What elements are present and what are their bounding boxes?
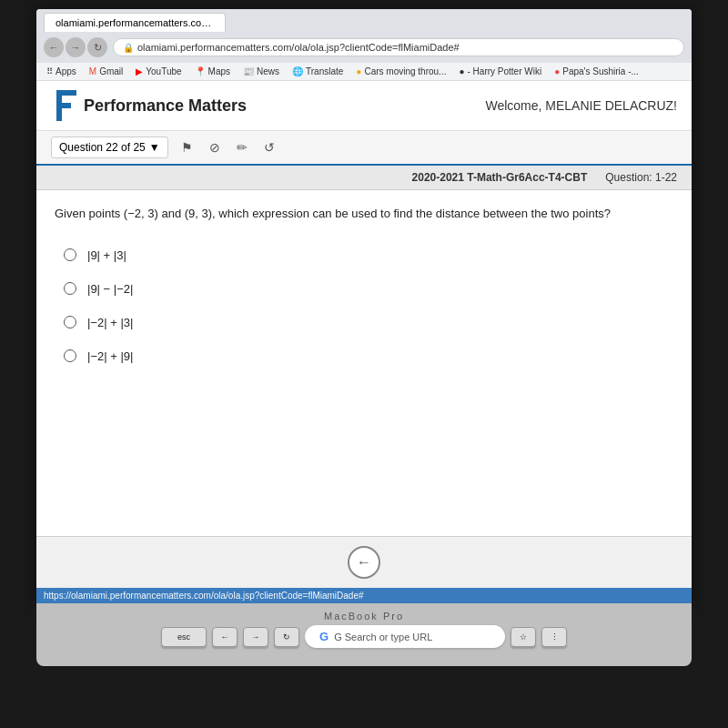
bookmark-maps[interactable]: 📍 Maps [192, 66, 233, 77]
esc-key[interactable]: esc [161, 627, 207, 647]
bookmark-hp[interactable]: ● - Harry Potter Wiki [456, 66, 544, 77]
pm-title: Performance Matters [84, 96, 247, 116]
cars-label: Cars moving throu... [364, 66, 446, 76]
radio-c[interactable] [64, 316, 76, 329]
status-bar: https://olamiami.performancematters.com/… [36, 588, 692, 603]
hp-label: - Harry Potter Wiki [468, 66, 542, 76]
svg-rect-0 [56, 90, 62, 121]
question-meta: 2020-2021 T-Math-Gr6Acc-T4-CBT Question:… [36, 166, 692, 190]
clear-button[interactable]: ⊘ [205, 137, 225, 157]
option-d[interactable]: |−2| + |9| [64, 349, 673, 363]
hp-icon: ● [459, 66, 464, 76]
pm-logo-icon [51, 90, 76, 121]
keyboard-area: MacBook Pro esc ← → ↻ G G Search or type… [36, 603, 692, 666]
tab-bar: olamiami.performancematters.com/ola/ola.… [36, 9, 692, 32]
reload-button[interactable]: ↻ [87, 37, 107, 57]
search-bar[interactable]: G G Search or type URL [305, 625, 505, 648]
option-a-text: |9| + |3| [87, 248, 126, 262]
dropdown-arrow-icon: ▼ [149, 141, 160, 154]
option-c[interactable]: |−2| + |3| [64, 316, 673, 329]
radio-d[interactable] [64, 349, 76, 362]
papas-label: Papa's Sushiria -... [562, 66, 639, 76]
forward-button[interactable]: → [66, 37, 86, 57]
welcome-text: Welcome, MELANIE DELACRUZ! [485, 98, 677, 113]
translate-label: Translate [306, 66, 343, 76]
question-selector[interactable]: Question 22 of 25 ▼ [51, 136, 168, 158]
test-label: 2020-2021 T-Math-Gr6Acc-T4-CBT [412, 171, 588, 184]
papas-icon: ● [554, 66, 560, 76]
flag-button[interactable]: ⚑ [177, 137, 197, 157]
website-content: Performance Matters Welcome, MELANIE DEL… [36, 81, 692, 588]
youtube-label: YouTube [146, 66, 181, 76]
search-placeholder: G Search or type URL [334, 632, 432, 642]
bookmark-youtube[interactable]: ▶ YouTube [133, 66, 184, 77]
bookmark-news[interactable]: 📰 News [240, 66, 282, 77]
lock-icon: 🔒 [123, 43, 134, 53]
question-body: Given points (−2, 3) and (9, 3), which e… [36, 190, 692, 536]
option-c-text: |−2| + |3| [87, 316, 133, 329]
option-a[interactable]: |9| + |3| [64, 248, 673, 262]
apps-label: Apps [56, 66, 76, 76]
google-g-icon: G [319, 630, 329, 643]
question-area: 2020-2021 T-Math-Gr6Acc-T4-CBT Question:… [36, 166, 692, 536]
option-d-text: |−2| + |9| [87, 349, 133, 363]
bookmark-gmail[interactable]: M Gmail [86, 66, 126, 77]
nav-buttons: ← → ↻ [44, 37, 107, 57]
option-b[interactable]: |9| − |−2| [64, 282, 673, 296]
news-icon: 📰 [243, 66, 254, 76]
translate-icon: 🌐 [292, 66, 303, 76]
edit-button[interactable]: ✏ [232, 137, 252, 157]
bookmark-cars[interactable]: ● Cars moving throu... [353, 66, 449, 77]
screen: olamiami.performancematters.com/ola/ola.… [36, 9, 692, 603]
bookmarks-bar: ⠿ Apps M Gmail ▶ YouTube 📍 Maps 📰 News 🌐 [36, 63, 692, 81]
gmail-icon: M [89, 66, 96, 76]
star-key[interactable]: ☆ [511, 627, 536, 647]
option-b-text: |9| − |−2| [87, 282, 133, 296]
back-button[interactable]: ← [44, 37, 64, 57]
keyboard-bottom-row: esc ← → ↻ G G Search or type URL ☆ ⋮ [55, 625, 673, 648]
dots-key[interactable]: ⋮ [541, 627, 567, 647]
bookmark-translate[interactable]: 🌐 Translate [289, 66, 346, 77]
address-bar[interactable]: 🔒 olamiami.performancematters.com/ola/ol… [113, 38, 684, 56]
radio-a[interactable] [64, 248, 76, 261]
bookmark-apps[interactable]: ⠿ Apps [44, 66, 79, 77]
laptop-frame: olamiami.performancematters.com/ola/ola.… [0, 0, 728, 728]
forward-key[interactable]: → [243, 627, 268, 647]
bottom-nav: ← [36, 536, 692, 588]
radio-b[interactable] [64, 282, 76, 295]
bookmark-papas[interactable]: ● Papa's Sushiria -... [551, 66, 642, 77]
pm-logo: Performance Matters [51, 90, 247, 121]
news-label: News [257, 66, 279, 76]
pm-toolbar: Question 22 of 25 ▼ ⚑ ⊘ ✏ ↺ [36, 131, 692, 166]
question-text: Given points (−2, 3) and (9, 3), which e… [55, 205, 673, 223]
browser-tab[interactable]: olamiami.performancematters.com/ola/ola.… [44, 13, 226, 32]
toolbar-icons: ⚑ ⊘ ✏ ↺ [177, 137, 279, 157]
previous-button[interactable]: ← [348, 546, 380, 579]
browser-top-bar: ← → ↻ 🔒 olamiami.performancematters.com/… [36, 32, 692, 63]
maps-icon: 📍 [195, 66, 206, 76]
question-selector-label: Question 22 of 25 [59, 141, 146, 154]
refresh-button[interactable]: ↺ [259, 137, 279, 157]
back-key[interactable]: ← [212, 627, 238, 647]
gmail-label: Gmail [99, 66, 123, 76]
youtube-icon: ▶ [136, 66, 143, 76]
svg-rect-2 [62, 103, 71, 108]
refresh-key[interactable]: ↻ [274, 627, 299, 647]
question-number-label: Question: 1-22 [605, 171, 677, 184]
apps-icon: ⠿ [46, 66, 53, 76]
cars-icon: ● [356, 66, 361, 76]
maps-label: Maps [208, 66, 230, 76]
url-text: olamiami.performancematters.com/ola/ola.… [137, 42, 460, 53]
pm-header: Performance Matters Welcome, MELANIE DEL… [36, 81, 692, 131]
answer-options: |9| + |3| |9| − |−2| |−2| + |3| [55, 248, 673, 363]
svg-rect-1 [62, 90, 76, 96]
